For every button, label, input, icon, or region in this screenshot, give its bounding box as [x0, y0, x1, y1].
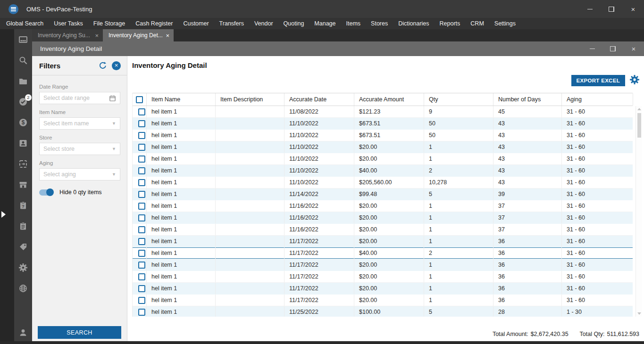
- row-checkbox[interactable]: [138, 262, 145, 269]
- tasks-check-icon[interactable]: 2: [18, 97, 28, 106]
- table-row[interactable]: hel item 111/08/2022$121.2394531 - 60: [133, 106, 633, 118]
- menu-item-vendor[interactable]: Vendor: [249, 20, 278, 27]
- restore-button[interactable]: [601, 0, 622, 18]
- table-row[interactable]: hel item 111/10/2022$40.0024331 - 60: [133, 165, 633, 177]
- tab-close-icon[interactable]: ×: [166, 32, 169, 39]
- row-checkbox[interactable]: [138, 214, 145, 221]
- menu-item-manage[interactable]: Manage: [309, 20, 341, 27]
- currency-icon[interactable]: $: [18, 118, 28, 127]
- row-checkbox[interactable]: [138, 273, 145, 280]
- row-checkbox[interactable]: [138, 297, 145, 304]
- globe-icon[interactable]: [18, 284, 28, 293]
- table-row[interactable]: hel item 111/10/2022$20.0014331 - 60: [133, 153, 633, 165]
- search-button[interactable]: SEARCH: [38, 326, 121, 339]
- scrollbar-thumb[interactable]: [637, 113, 641, 138]
- column-header-item-name[interactable]: Item Name: [147, 93, 216, 106]
- row-checkbox[interactable]: [138, 167, 145, 174]
- menu-item-global-search[interactable]: Global Search: [1, 20, 49, 27]
- menu-item-settings[interactable]: Settings: [489, 20, 521, 27]
- row-checkbox[interactable]: [138, 226, 145, 233]
- column-header-accurate-amount[interactable]: Accurate Amount: [354, 93, 424, 106]
- minimize-button[interactable]: [579, 0, 601, 18]
- tab-close-icon[interactable]: ×: [95, 32, 99, 39]
- row-checkbox[interactable]: [138, 156, 145, 163]
- table-row[interactable]: hel item 111/17/2022$20.0013631 - 60: [133, 271, 633, 283]
- column-header-accurate-date[interactable]: Accurate Date: [284, 93, 354, 106]
- filter-input-store[interactable]: Select store▼: [39, 143, 120, 155]
- help-clipboard-icon[interactable]: ?: [18, 201, 28, 210]
- menu-item-cash-register[interactable]: Cash Register: [130, 20, 178, 27]
- column-header-number-of-days[interactable]: Number of Days: [493, 93, 562, 106]
- menu-item-customer[interactable]: Customer: [178, 20, 214, 27]
- row-checkbox[interactable]: [138, 120, 145, 127]
- vertical-scrollbar[interactable]: [636, 106, 642, 317]
- tag-icon[interactable]: [18, 242, 28, 252]
- row-checkbox[interactable]: [138, 179, 145, 186]
- table-row[interactable]: hel item 111/17/2022$20.0013631 - 60: [133, 259, 633, 271]
- gear-icon[interactable]: [18, 263, 28, 272]
- hide-zero-qty-toggle[interactable]: [39, 189, 53, 196]
- row-checkbox[interactable]: [138, 144, 145, 151]
- close-button[interactable]: ×: [622, 0, 644, 18]
- inner-close-button[interactable]: ×: [623, 41, 644, 56]
- table-row[interactable]: hel item 111/17/2022$20.0013631 - 60: [133, 283, 633, 295]
- table-row[interactable]: hel item 111/16/2022$20.0013731 - 60: [133, 224, 633, 236]
- row-checkbox[interactable]: [138, 309, 145, 316]
- menu-item-user-tasks[interactable]: User Tasks: [49, 20, 88, 27]
- table-row[interactable]: hel item 111/17/2022$40.0023631 - 60: [133, 247, 633, 259]
- table-row[interactable]: hel item 111/10/2022$673.51504331 - 60: [133, 130, 633, 141]
- table-row[interactable]: hel item 111/25/2022$100.005281 - 30: [133, 306, 633, 317]
- refresh-icon[interactable]: [99, 61, 107, 70]
- filter-input-item-name[interactable]: Select item name▼: [39, 117, 120, 130]
- menu-item-crm[interactable]: CRM: [465, 20, 489, 27]
- row-checkbox[interactable]: [138, 132, 145, 139]
- chevron-down-icon: ▼: [112, 147, 116, 151]
- table-row[interactable]: hel item 111/10/2022$205,560.0010,278433…: [133, 177, 633, 188]
- dashboard-icon[interactable]: [18, 35, 28, 44]
- user-icon[interactable]: [18, 328, 28, 337]
- column-header-item-description[interactable]: Item Description: [216, 93, 284, 106]
- scroll-up-icon[interactable]: [637, 108, 641, 110]
- menu-item-reports[interactable]: Reports: [435, 20, 466, 27]
- row-checkbox[interactable]: [138, 203, 145, 210]
- table-row[interactable]: hel item 111/16/2022$20.0013731 - 60: [133, 200, 633, 212]
- row-checkbox[interactable]: [138, 108, 145, 115]
- row-checkbox[interactable]: [138, 238, 145, 245]
- filter-input-date-range[interactable]: Select date range: [39, 92, 120, 104]
- folder-icon[interactable]: [18, 76, 28, 86]
- table-row[interactable]: hel item 111/10/2022$20.0014331 - 60: [133, 141, 633, 153]
- table-row[interactable]: hel item 111/10/2022$673.51504331 - 60: [133, 118, 633, 130]
- filters-close-icon[interactable]: ×: [112, 61, 121, 70]
- grid-settings-gear-icon[interactable]: [629, 74, 640, 85]
- contact-icon[interactable]: [18, 139, 28, 148]
- inner-minimize-button[interactable]: [582, 41, 602, 56]
- data-table: Item NameItem DescriptionAccurate DateAc…: [132, 93, 633, 317]
- expand-arrow-icon[interactable]: [1, 211, 6, 218]
- export-excel-button[interactable]: EXPORT EXCEL: [571, 75, 625, 86]
- table-row[interactable]: hel item 111/16/2022$20.0013731 - 60: [133, 212, 633, 224]
- tab-inventory-aging-detail[interactable]: Inventory Aging Det... ×: [103, 29, 174, 41]
- menu-item-transfers[interactable]: Transfers: [214, 20, 249, 27]
- row-checkbox[interactable]: [138, 250, 145, 257]
- column-header-qty[interactable]: Qty: [424, 93, 493, 106]
- menu-item-dictionaries[interactable]: Dictionaries: [393, 20, 434, 27]
- row-checkbox[interactable]: [138, 191, 145, 198]
- tab-inventory-aging-summary[interactable]: Inventory Aging Su... ×: [32, 29, 103, 41]
- search-icon[interactable]: [18, 56, 28, 65]
- filter-input-aging[interactable]: Select aging▼: [39, 168, 120, 180]
- menu-item-quoting[interactable]: Quoting: [278, 20, 309, 27]
- store-icon[interactable]: [18, 180, 28, 189]
- select-all-checkbox[interactable]: [136, 96, 143, 103]
- clipboard-icon[interactable]: [18, 221, 28, 231]
- scroll-down-icon[interactable]: [637, 312, 641, 315]
- column-header-aging[interactable]: Aging: [562, 93, 633, 106]
- table-row[interactable]: hel item 111/17/2022$20.0013631 - 60: [133, 295, 633, 306]
- inner-restore-button[interactable]: [602, 41, 623, 56]
- table-row[interactable]: hel item 111/14/2022$99.4853931 - 60: [133, 188, 633, 200]
- table-row[interactable]: hel item 111/17/2022$20.0013631 - 60: [133, 236, 633, 247]
- menu-item-stores[interactable]: Stores: [366, 20, 393, 27]
- menu-item-file-storage[interactable]: File Storage: [88, 20, 130, 27]
- row-checkbox[interactable]: [138, 285, 145, 292]
- transfer-icon[interactable]: [18, 159, 28, 169]
- menu-item-items[interactable]: Items: [341, 20, 366, 27]
